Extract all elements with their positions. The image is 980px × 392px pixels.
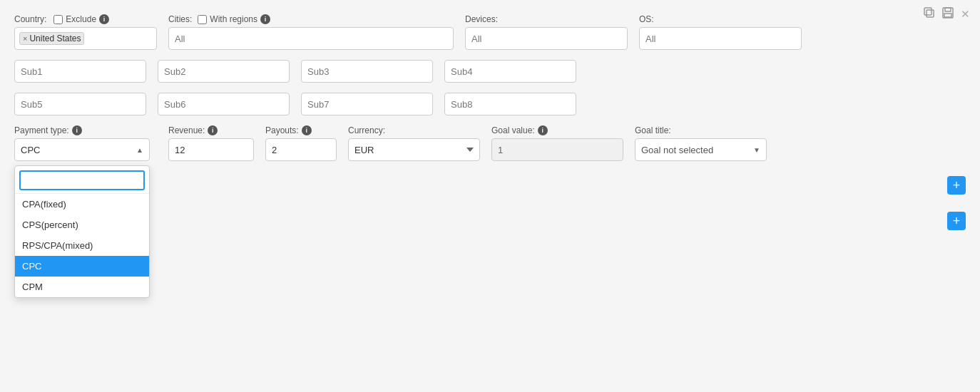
payouts-info-icon: i [302,125,312,135]
main-container: ✕ Country: Exclude i × United States [0,0,980,392]
payment-type-group: Payment type: i CPC ▲ CPA(fixed) CPS(per… [14,125,157,161]
goal-value-label: Goal value: i [491,125,623,135]
payment-type-arrow-icon: ▲ [136,146,143,154]
payment-row: Payment type: i CPC ▲ CPA(fixed) CPS(per… [14,125,966,161]
payment-type-info-icon: i [72,125,82,135]
tag-remove-icon[interactable]: × [23,34,27,43]
add-button-1[interactable]: + [947,176,966,195]
goal-title-value: Goal not selected [641,145,713,155]
with-regions-info-icon: i [260,14,270,24]
devices-label: Devices: [465,14,628,24]
goal-title-arrow-icon: ▼ [753,146,760,154]
dropdown-option-cpc[interactable]: CPC [15,256,149,277]
close-button[interactable]: ✕ [959,6,971,22]
revenue-label: Revenue: i [168,125,254,135]
sub1-input[interactable] [14,60,146,83]
currency-label: Currency: [348,125,480,135]
sub5-input[interactable] [14,93,146,115]
exclude-checkbox[interactable] [53,15,63,24]
goal-title-group: Goal title: Goal not selected ▼ [635,125,767,161]
revenue-info-icon: i [208,125,218,135]
dropdown-search-input[interactable] [19,170,145,190]
cities-input[interactable] [168,27,454,50]
sub7-input[interactable] [301,93,433,115]
save-button[interactable] [941,6,955,23]
goal-title-select[interactable]: Goal not selected ▼ [635,138,767,161]
goal-value-info-icon: i [538,125,548,135]
copy-button[interactable] [922,6,936,23]
bottom-row-1: Per + [14,171,966,200]
devices-group: Devices: [465,14,628,50]
country-tag-label: United States [29,33,81,43]
sub4-input[interactable] [444,60,576,83]
goal-value-input[interactable] [491,138,623,161]
sub-row-1 [14,60,966,83]
cities-label: Cities: [168,14,192,24]
svg-rect-1 [924,8,931,15]
os-label: OS: [639,14,802,24]
currency-select[interactable]: EUR USD GBP [348,138,480,161]
os-group: OS: [639,14,802,50]
svg-rect-3 [945,8,951,11]
sub3-input[interactable] [301,60,433,83]
devices-input[interactable] [465,27,628,50]
add-button-2[interactable]: + [947,212,966,230]
filter-row-1: Country: Exclude i × United States Citie… [14,14,966,50]
payment-type-select[interactable]: CPC ▲ [14,138,150,161]
country-group: Country: Exclude i × United States [14,14,157,50]
svg-rect-4 [944,14,951,17]
cities-group: Cities: With regions i [168,14,454,50]
goal-value-group: Goal value: i [491,125,623,161]
bottom-row-2: + [14,207,966,235]
revenue-group: Revenue: i [168,125,254,161]
payment-type-dropdown: CPA(fixed) CPS(percent) RPS/CPA(mixed) C… [14,165,150,298]
top-icons: ✕ [922,6,971,23]
sub-row-2 [14,93,966,115]
svg-rect-0 [927,10,934,17]
exclude-label[interactable]: Exclude i [53,14,109,24]
dropdown-search-area [15,166,149,194]
currency-group: Currency: EUR USD GBP [348,125,480,161]
payouts-label: Payouts: i [265,125,337,135]
sub8-input[interactable] [444,93,576,115]
dropdown-option-cps-percent[interactable]: CPS(percent) [15,215,149,235]
country-tag: × United States [19,32,84,45]
sub2-input[interactable] [158,60,290,83]
with-regions-label[interactable]: With regions i [198,14,270,24]
dropdown-option-rps-cpa[interactable]: RPS/CPA(mixed) [15,235,149,256]
payment-type-value: CPC [21,145,40,155]
payouts-input[interactable] [265,138,337,161]
country-label: Country: [14,14,46,24]
close-icon: ✕ [961,8,970,20]
dropdown-option-cpa-fixed[interactable]: CPA(fixed) [15,194,149,215]
sub6-input[interactable] [158,93,290,115]
os-input[interactable] [639,27,802,50]
payouts-group: Payouts: i [265,125,337,161]
payment-type-label: Payment type: i [14,125,157,135]
dropdown-option-cpm[interactable]: CPM [15,277,149,297]
country-tag-input[interactable]: × United States [14,27,157,50]
revenue-input[interactable] [168,138,254,161]
goal-title-label: Goal title: [635,125,767,135]
with-regions-checkbox[interactable] [198,15,207,24]
exclude-info-icon: i [99,14,109,24]
